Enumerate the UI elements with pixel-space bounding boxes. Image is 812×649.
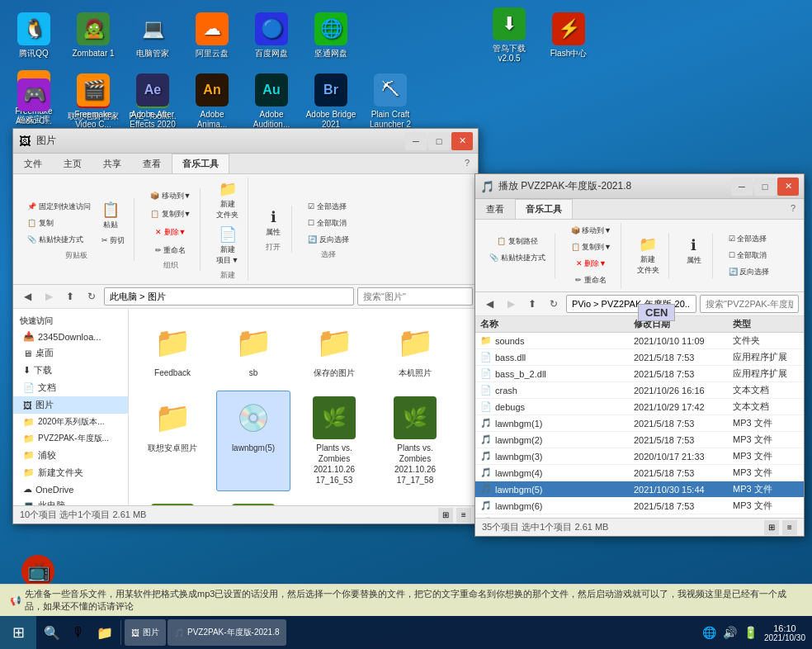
file-area-1[interactable]: 📁 Feedback 📁 sb 📁 保存的图片 📁 本机照片 <box>129 309 478 505</box>
sidebar-item-2345[interactable]: 📥 2345Downloa... <box>13 329 128 344</box>
sidebar-item-pujiao[interactable]: 📁 浦较 <box>13 447 128 464</box>
pin-access-btn[interactable]: 📌 固定到快速访问 <box>23 199 95 215</box>
minimize-btn-1[interactable]: ─ <box>405 132 427 150</box>
help-btn-1[interactable]: ? <box>456 154 478 172</box>
file-row-bass[interactable]: 📄 bass.dll 2021/5/18 7:53 应用程序扩展 <box>475 349 804 366</box>
copy-to-btn[interactable]: 📋 复制到▼ <box>146 206 195 222</box>
file-row-sounds[interactable]: 📁 sounds 2021/10/10 11:09 文件夹 <box>475 333 804 349</box>
file-item-pvz4[interactable]: 🌻 Plants vs. <box>216 498 290 505</box>
start-button[interactable]: ⊞ <box>0 616 36 649</box>
tab-music-1[interactable]: 音乐工具 <box>172 154 229 173</box>
paste-btn[interactable]: 📋 粘贴 <box>97 198 124 233</box>
file-item-lawnbgm5[interactable]: 💿 lawnbgm(5) <box>216 391 290 491</box>
file-item-pvz2[interactable]: 🌿 Plants vs. Zombies 2021.10.26 17_17_58 <box>378 391 452 491</box>
file-item-sb[interactable]: 📁 sb <box>216 315 290 384</box>
move-to-btn[interactable]: 📦 移动到▼ <box>146 188 195 204</box>
desktop-icon-flash[interactable]: ⚡ Flash中心 <box>539 4 598 67</box>
tray-network[interactable]: 🌐 <box>702 626 716 639</box>
new-item-btn[interactable]: 📄 新建 项目▼ <box>212 223 243 268</box>
back-btn-1[interactable]: ◀ <box>18 287 36 306</box>
invert-select-btn-2[interactable]: 🔄 反向选择 <box>725 264 774 280</box>
desktop-icon-ae[interactable]: Ae Adobe After Effects 2020 <box>123 70 182 133</box>
copy-btn[interactable]: 📋 复制 <box>23 216 95 231</box>
desktop-icon-qq[interactable]: 🐧 腾讯QQ <box>4 4 64 67</box>
titlebar-pictures[interactable]: 🖼 图片 ─ □ ✕ <box>13 129 478 154</box>
close-btn-1[interactable]: ✕ <box>451 132 473 150</box>
taskbar-item-pictures[interactable]: 🖼 图片 <box>125 619 166 646</box>
taskbar-search[interactable]: 🔍 <box>40 620 64 645</box>
file-row-bgm6[interactable]: 🎵 lawnbgm(6) 2021/5/18 7:53 MP3 文件 <box>475 498 804 514</box>
new-folder-btn-2[interactable]: 📁 新建 文件夹 <box>633 233 663 278</box>
select-all-btn-2[interactable]: ☑ 全部选择 <box>725 231 774 247</box>
file-item-pvz1[interactable]: 🌿 Plants vs. Zombies 2021.10.26 17_16_53 <box>297 391 371 491</box>
file-row-crash[interactable]: 📄 crash 2021/10/26 16:16 文本文档 <box>475 382 804 399</box>
sidebar-item-thispc[interactable]: 💻 此电脑 <box>13 497 128 505</box>
tab-home-1[interactable]: 主页 <box>53 154 92 173</box>
tab-file-1[interactable]: 文件 <box>13 154 53 173</box>
search-input-1[interactable] <box>357 287 473 306</box>
rename-btn[interactable]: ✏ 重命名 <box>151 243 191 258</box>
forward-btn-2[interactable]: ▶ <box>502 295 520 313</box>
maximize-btn-1[interactable]: □ <box>428 132 450 150</box>
view-list-btn[interactable]: ≡ <box>456 508 471 523</box>
address-bar-2[interactable] <box>566 295 696 313</box>
tab-view-2[interactable]: 查看 <box>475 199 515 219</box>
properties-btn[interactable]: ℹ 属性 <box>260 206 286 240</box>
desktop-icon-pcl[interactable]: ⛏ Plain Craft Launcher 2 <box>361 70 420 133</box>
taskbar-item-pvz2pak[interactable]: 🎵 PVZ2PAK-年度版-2021.8 <box>168 619 286 646</box>
file-row-bass2[interactable]: 📄 bass_b_2.dll 2021/5/18 7:53 应用程序扩展 <box>475 366 804 382</box>
file-item-saved[interactable]: 📁 保存的图片 <box>297 315 371 384</box>
select-none-btn[interactable]: ☐ 全部取消 <box>304 216 353 231</box>
file-row-bgm3[interactable]: 🎵 lawnbgm(3) 2020/10/17 21:33 MP3 文件 <box>475 448 804 465</box>
new-folder-btn[interactable]: 📁 新建 文件夹 <box>212 178 243 223</box>
taskbar-explorer[interactable]: 📁 <box>92 620 117 645</box>
refresh-btn-2[interactable]: ↻ <box>545 295 563 313</box>
sidebar-item-docs[interactable]: 📄 文档 <box>13 379 128 396</box>
file-area-2[interactable]: 名称 修改日期 类型 📁 sounds 2021/10/10 11:09 文件夹… <box>475 316 804 518</box>
sidebar-item-onedrive[interactable]: ☁ OneDrive <box>13 481 128 497</box>
desktop-icon-net[interactable]: 🌐 坚通网盘 <box>301 4 361 67</box>
copy-to-btn-2[interactable]: 📋 复制到▼ <box>567 239 616 255</box>
sidebar-item-pvz2pak[interactable]: 📁 PVZ2PAK-年度版... <box>13 430 128 447</box>
sidebar-item-newfolder[interactable]: 📁 新建文件夹 <box>13 464 128 481</box>
invert-select-btn[interactable]: 🔄 反向选择 <box>304 232 353 248</box>
file-item-android[interactable]: 📁 联想安卓照片 <box>135 391 210 491</box>
up-btn-1[interactable]: ⬆ <box>61 287 79 306</box>
minimize-btn-2[interactable]: ─ <box>731 178 753 196</box>
file-row-debugs[interactable]: 📄 debugs 2021/10/29 17:42 文本文档 <box>475 399 804 415</box>
sidebar-item-2020[interactable]: 📁 2020年系列版本... <box>13 414 128 430</box>
delete-btn[interactable]: ✕ 删除▼ <box>151 225 190 240</box>
desktop-icon-au[interactable]: Au Adobe Audition... <box>242 70 301 133</box>
properties-btn-2[interactable]: ℹ 属性 <box>681 234 707 268</box>
desktop-icon-baidu[interactable]: 🔵 百度网盘 <box>242 4 301 67</box>
search-input-2[interactable] <box>700 295 799 313</box>
view-list-btn-2[interactable]: ≡ <box>782 520 797 535</box>
cut-btn[interactable]: ✂ 剪切 <box>97 233 130 249</box>
tray-volume[interactable]: 🔊 <box>723 626 737 639</box>
titlebar-pvz2pak[interactable]: 🎵 播放 PVZ2PAK-年度版-2021.8 ─ □ ✕ <box>475 174 804 199</box>
tab-share-1[interactable]: 共享 <box>92 154 132 173</box>
desktop-icon-laptop[interactable]: 💻 电脑管家 <box>123 4 182 67</box>
tab-view-1[interactable]: 查看 <box>132 154 172 173</box>
select-none-btn-2[interactable]: ☐ 全部取消 <box>725 248 774 263</box>
file-row-bgm1[interactable]: 🎵 lawnbgm(1) 2021/5/18 7:53 MP3 文件 <box>475 415 804 432</box>
desktop-icon-br[interactable]: Br Adobe Bridge 2021 <box>301 70 361 133</box>
rename-btn-2[interactable]: ✏ 重命名 <box>571 272 611 288</box>
sidebar-item-desktop[interactable]: 🖥 桌面 <box>13 344 128 362</box>
file-item-feedback[interactable]: 📁 Feedback <box>135 315 210 384</box>
maximize-btn-2[interactable]: □ <box>754 178 776 196</box>
sidebar-item-download[interactable]: ⬇ 下载 <box>13 362 128 379</box>
close-btn-2[interactable]: ✕ <box>777 178 799 196</box>
desktop-icon-game[interactable]: 🎮 游戏宝库 <box>4 70 64 133</box>
paste-shortcut-btn[interactable]: 📎 粘贴快捷方式 <box>23 232 95 248</box>
taskbar-clock[interactable]: 16:10 2021/10/30 <box>764 623 805 642</box>
address-bar-1[interactable] <box>104 287 354 306</box>
file-item-pvz3[interactable]: 🌻 Plants vs. <box>135 498 210 505</box>
sidebar-item-pictures[interactable]: 🖼 图片 <box>13 396 128 414</box>
back-btn-2[interactable]: ◀ <box>480 295 498 313</box>
desktop-icon-download[interactable]: ⬇ 管鸟下载 v2.0.5 <box>479 4 539 67</box>
delete-btn-2[interactable]: ✕ 删除▼ <box>572 256 611 272</box>
file-row-bgm5[interactable]: 🎵 lawnbgm(5) 2021/10/30 15:44 MP3 文件 <box>475 481 804 498</box>
file-row-bgm2[interactable]: 🎵 lawnbgm(2) 2021/5/18 7:53 MP3 文件 <box>475 432 804 448</box>
file-row-bgm4[interactable]: 🎵 lawnbgm(4) 2021/5/18 7:53 MP3 文件 <box>475 465 804 481</box>
